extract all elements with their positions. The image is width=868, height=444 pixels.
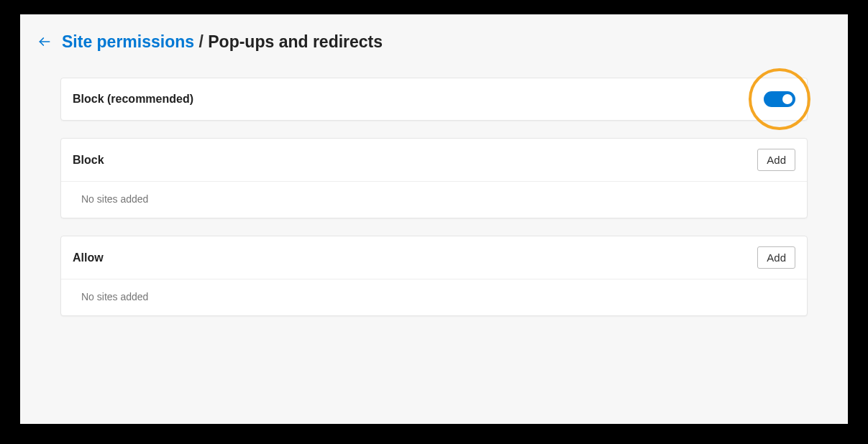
breadcrumb-current: Pop-ups and redirects <box>208 32 383 52</box>
settings-page: Site permissions / Pop-ups and redirects… <box>20 14 848 424</box>
allow-list-card: Allow Add No sites added <box>60 236 808 316</box>
breadcrumb-parent-link[interactable]: Site permissions <box>62 32 194 52</box>
allow-add-button[interactable]: Add <box>757 246 795 269</box>
allow-list-title: Allow <box>73 251 104 264</box>
breadcrumb: Site permissions / Pop-ups and redirects <box>35 32 831 52</box>
block-empty-text: No sites added <box>61 181 807 218</box>
breadcrumb-separator: / <box>194 32 208 52</box>
block-list-title: Block <box>73 154 104 167</box>
block-toggle[interactable] <box>764 91 795 107</box>
back-arrow-icon[interactable] <box>35 32 55 52</box>
toggle-knob <box>782 94 792 104</box>
content-area: Block (recommended) Block Add No sites a… <box>37 78 831 316</box>
block-toggle-wrap <box>764 91 795 107</box>
allow-empty-text: No sites added <box>61 279 807 315</box>
block-recommended-label: Block (recommended) <box>73 93 193 106</box>
block-recommended-card: Block (recommended) <box>60 78 808 121</box>
block-list-card: Block Add No sites added <box>60 138 808 218</box>
block-add-button[interactable]: Add <box>757 149 795 171</box>
